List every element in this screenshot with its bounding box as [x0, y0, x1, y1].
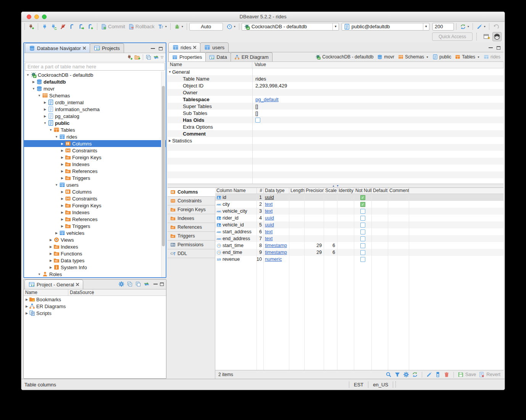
tree-item[interactable]: ▶ pg_catalog	[24, 113, 166, 120]
expander-icon[interactable]: ▼	[26, 73, 30, 77]
column-header[interactable]: Precision	[305, 188, 324, 194]
property-value-link[interactable]: pg_default	[255, 97, 279, 102]
locale-indicator[interactable]: en_US	[368, 381, 393, 388]
expand-all-icon[interactable]	[135, 281, 141, 287]
minimize-view-icon[interactable]	[151, 48, 155, 49]
data-type-link[interactable]: text	[265, 208, 273, 214]
tree-item[interactable]: ▶ Constraints	[24, 147, 166, 154]
expander-icon[interactable]: ▶	[60, 211, 65, 214]
expander-icon[interactable]: ▶	[43, 108, 47, 111]
tree-item[interactable]: ▶ Foreign Keys	[24, 154, 166, 161]
collapse-all-icon[interactable]	[145, 54, 152, 60]
column-header[interactable]: Column Name	[215, 188, 257, 194]
property-row[interactable]: Tablespace pg_default pg_default	[168, 96, 503, 103]
column-header[interactable]: Comment	[388, 188, 409, 194]
data-type-link[interactable]: uuid	[265, 215, 274, 221]
maximize-view-icon[interactable]	[160, 283, 164, 286]
column-header[interactable]: Not Null	[354, 188, 372, 194]
tab-database-navigator[interactable]: Database Navigator	[25, 43, 90, 53]
tab-project-general[interactable]: Project - General	[24, 279, 83, 289]
transaction-mode-button[interactable]: ▾	[157, 23, 168, 31]
debug-button[interactable]: ▾	[173, 23, 184, 31]
not-null-checkbox[interactable]: ✓	[360, 202, 365, 207]
filter-icon[interactable]	[394, 372, 400, 378]
minimize-view-icon[interactable]	[153, 284, 158, 285]
tree-item[interactable]: ▼ rides	[24, 133, 166, 140]
link-with-editor-icon[interactable]	[144, 281, 150, 287]
expander-icon[interactable]: ▶	[48, 259, 53, 262]
column-header-name[interactable]: Name	[168, 62, 252, 68]
refresh-button[interactable]: ▾	[459, 23, 470, 31]
expander-icon[interactable]: ▶	[60, 170, 65, 173]
delete-trash-icon[interactable]	[444, 372, 450, 378]
property-row[interactable]: Comment	[168, 130, 503, 137]
edit-pencil-icon[interactable]	[426, 372, 432, 378]
close-icon[interactable]	[76, 283, 79, 286]
tree-item[interactable]: ▶ information_schema	[24, 106, 166, 113]
configure-gear-icon[interactable]	[118, 281, 124, 287]
refresh-cycle-icon[interactable]	[412, 372, 418, 378]
property-row[interactable]: ▶ Statistics	[168, 137, 503, 144]
property-row[interactable]: ▼ General	[168, 68, 503, 75]
property-row[interactable]: Has Oids	[168, 116, 503, 123]
column-header[interactable]: Identity	[337, 188, 354, 194]
expander-icon[interactable]: ▼	[54, 135, 59, 139]
maximize-view-icon[interactable]	[159, 47, 163, 50]
column-header-value[interactable]: Value	[252, 62, 503, 68]
disconnect-button[interactable]	[59, 23, 67, 31]
column-header-datasource[interactable]: DataSource	[68, 289, 93, 296]
table-filter-input[interactable]	[25, 63, 165, 71]
data-type-link[interactable]: text	[265, 236, 273, 241]
commit-mode-combo[interactable]: Auto	[189, 23, 223, 31]
open-sql-script-button[interactable]	[77, 23, 86, 31]
column-header-name[interactable]: Name	[24, 289, 68, 296]
expander-icon[interactable]: ▶	[60, 163, 65, 166]
collapse-all-icon[interactable]	[127, 281, 133, 287]
tree-item[interactable]: ▶ Functions	[24, 250, 166, 257]
tree-item[interactable]: ▼ CockroachDB - defaultdb	[24, 71, 166, 78]
configure-gear-icon[interactable]	[403, 372, 409, 378]
tree-item[interactable]: ▼ users	[24, 181, 166, 188]
column-row[interactable]: vehicle_city 3 text	[215, 208, 503, 215]
expander-icon[interactable]: ▶	[60, 176, 65, 180]
column-row[interactable]: start_time 8 timestamp 29 6	[215, 242, 503, 249]
new-folder-icon[interactable]	[134, 54, 140, 60]
breadcrumb-item[interactable]: movr ▼	[377, 54, 394, 60]
view-menu-icon[interactable]: ▽	[161, 55, 163, 59]
expander-icon[interactable]: ▶	[60, 190, 65, 194]
tree-item[interactable]: ▶ Triggers	[24, 223, 166, 229]
rollback-button[interactable]: Rollback	[127, 23, 156, 31]
expander-icon[interactable]: ▶	[31, 80, 36, 84]
splitter-handle[interactable]: ▲ ▼	[168, 184, 503, 188]
data-type-link[interactable]: timestamp	[265, 250, 287, 255]
breadcrumb-item[interactable]: Tables ▼	[455, 54, 480, 60]
expander-icon[interactable]: ▼	[48, 128, 53, 132]
object-tab[interactable]: DDL	[168, 249, 215, 258]
object-tab[interactable]: Indexes	[168, 214, 215, 223]
editor-subtab[interactable]: Data	[205, 52, 231, 61]
expander-icon[interactable]: ▶	[60, 156, 65, 159]
chevron-down-icon[interactable]: ▼	[477, 56, 480, 58]
connection-combo-arrow-icon[interactable]: ▼	[332, 23, 339, 30]
breadcrumb-item[interactable]: rides ▼	[484, 54, 500, 60]
tree-item[interactable]: ▶ Indexes	[24, 209, 166, 216]
expander-icon[interactable]: ▼	[37, 94, 42, 97]
expander-icon[interactable]: ▶	[48, 238, 53, 242]
collapse-down-icon[interactable]: ▼	[336, 184, 339, 187]
tree-item[interactable]: ▼ Schemas	[24, 92, 166, 99]
expander-icon[interactable]: ▶	[60, 218, 65, 221]
project-item[interactable]: ▶ ER Diagrams	[24, 303, 166, 310]
close-icon[interactable]	[83, 47, 86, 50]
auto-commit-history-button[interactable]: ▾	[225, 23, 237, 31]
data-type-link[interactable]: text	[265, 229, 273, 234]
expander-icon[interactable]: ▶	[60, 142, 65, 145]
not-null-checkbox[interactable]	[360, 223, 365, 228]
tree-item[interactable]: ▶ Triggers	[24, 174, 166, 181]
zoom-window-button[interactable]	[42, 15, 47, 19]
breadcrumb-item[interactable]: CockroachDB - defaultdb ▼	[315, 54, 373, 60]
tree-item[interactable]: ▶ Indexes	[24, 243, 166, 250]
project-item[interactable]: ▶ Scripts	[24, 310, 166, 317]
expander-icon[interactable]: ▶	[43, 115, 47, 118]
column-row[interactable]: end_address 7 text	[215, 235, 503, 242]
row-editor-icon[interactable]	[435, 372, 441, 378]
